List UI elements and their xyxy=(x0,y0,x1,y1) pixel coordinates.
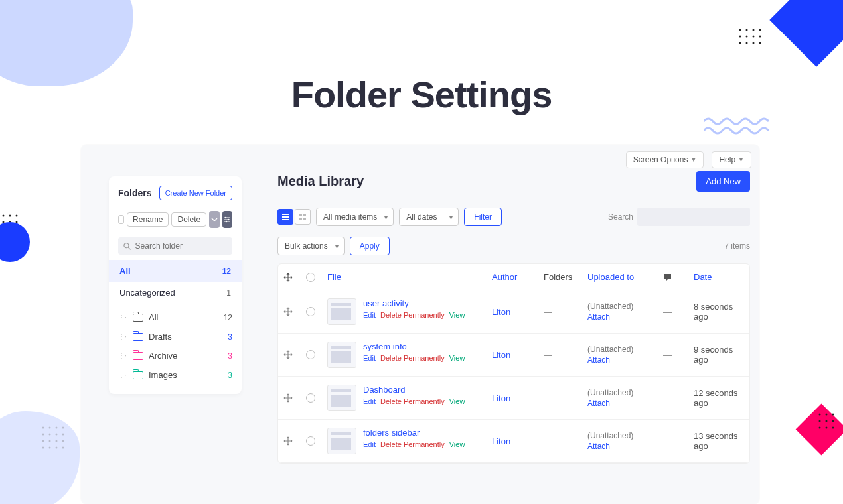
col-date[interactable]: Date xyxy=(694,272,744,282)
create-folder-button[interactable]: Create New Folder xyxy=(159,186,232,200)
col-folders[interactable]: Folders xyxy=(544,272,587,282)
row-select-radio[interactable] xyxy=(306,393,315,403)
select-all-folders-checkbox[interactable] xyxy=(118,215,124,224)
grid-view-button[interactable] xyxy=(295,209,311,225)
edit-link[interactable]: Edit xyxy=(363,311,376,319)
rename-button[interactable]: Rename xyxy=(127,212,169,227)
screen-options-label: Screen Options xyxy=(633,155,688,164)
author-link[interactable]: Liton xyxy=(492,350,544,360)
folder-tree-item[interactable]: ⋮· All 12 xyxy=(118,308,232,327)
search-folder-box[interactable] xyxy=(118,237,232,255)
row-select-radio[interactable] xyxy=(306,436,315,446)
folder-filter-all[interactable]: All12 xyxy=(109,260,242,282)
comments-cell: — xyxy=(663,393,694,403)
move-icon xyxy=(283,393,293,403)
delete-link[interactable]: Delete Permanently xyxy=(380,440,445,448)
row-select-radio[interactable] xyxy=(306,350,315,359)
file-name-link[interactable]: system info xyxy=(363,342,465,351)
comment-icon xyxy=(663,273,672,282)
attach-link[interactable]: Attach xyxy=(587,355,663,365)
file-name-link[interactable]: user activity xyxy=(363,298,465,308)
svg-point-12 xyxy=(42,427,44,429)
delete-link[interactable]: Delete Permanently xyxy=(380,354,445,362)
folder-icon xyxy=(133,314,143,322)
edit-link[interactable]: Edit xyxy=(363,397,376,405)
filter-label: All xyxy=(119,266,131,276)
filter-count: 12 xyxy=(222,267,231,276)
edit-link[interactable]: Edit xyxy=(363,354,376,362)
svg-rect-58 xyxy=(299,218,302,220)
svg-point-15 xyxy=(62,427,64,429)
add-new-button[interactable]: Add New xyxy=(696,171,750,192)
folder-label: All xyxy=(149,312,224,322)
apply-button[interactable]: Apply xyxy=(350,237,390,255)
drag-handle[interactable] xyxy=(283,350,306,359)
svg-point-52 xyxy=(124,243,129,247)
select-all-radio[interactable] xyxy=(306,273,315,282)
drag-handle[interactable] xyxy=(283,307,306,316)
folder-tree-item[interactable]: ⋮· Drafts 3 xyxy=(118,327,232,346)
bulk-actions-select[interactable]: Bulk actions xyxy=(277,237,345,255)
svg-point-50 xyxy=(228,219,230,221)
tree-connector: ⋮· xyxy=(118,371,133,379)
file-name-link[interactable]: Dashboard xyxy=(363,385,465,395)
drag-handle[interactable] xyxy=(283,436,306,446)
delete-link[interactable]: Delete Permanently xyxy=(380,311,445,319)
author-link[interactable]: Liton xyxy=(492,307,544,317)
view-link[interactable]: View xyxy=(449,354,465,362)
grid-icon xyxy=(299,213,307,221)
author-link[interactable]: Liton xyxy=(492,393,544,403)
svg-point-2 xyxy=(16,215,18,217)
col-author[interactable]: Author xyxy=(492,272,544,282)
svg-point-45 xyxy=(832,420,834,422)
search-media-input[interactable] xyxy=(637,208,750,226)
file-name-link[interactable]: folders sidebar xyxy=(363,428,465,438)
col-comments[interactable] xyxy=(663,273,694,282)
edit-link[interactable]: Edit xyxy=(363,440,376,448)
filter-button[interactable]: Filter xyxy=(464,208,502,226)
folders-cell: — xyxy=(544,436,587,446)
attach-link[interactable]: Attach xyxy=(587,442,663,451)
attach-link[interactable]: Attach xyxy=(587,312,663,322)
delete-button[interactable]: Delete xyxy=(171,212,206,227)
delete-link[interactable]: Delete Permanently xyxy=(380,397,445,405)
drag-handle[interactable] xyxy=(283,393,306,403)
move-icon xyxy=(283,273,293,282)
author-link[interactable]: Liton xyxy=(492,436,544,446)
tree-connector: ⋮· xyxy=(118,333,133,340)
folder-tree-item[interactable]: ⋮· Archive 3 xyxy=(118,346,232,365)
file-thumbnail xyxy=(327,385,356,411)
svg-point-16 xyxy=(42,434,44,436)
row-select-radio[interactable] xyxy=(306,307,315,316)
screen-options-button[interactable]: Screen Options ▼ xyxy=(626,151,704,168)
media-type-filter[interactable]: All media items xyxy=(316,208,394,226)
folder-label: Drafts xyxy=(149,332,228,342)
view-link[interactable]: View xyxy=(449,397,465,405)
search-folder-input[interactable] xyxy=(135,241,227,251)
svg-point-46 xyxy=(819,427,821,429)
col-file[interactable]: File xyxy=(327,272,492,282)
view-link[interactable]: View xyxy=(449,440,465,448)
svg-rect-56 xyxy=(299,214,302,216)
svg-point-27 xyxy=(62,447,64,449)
folder-tree-item[interactable]: ⋮· Images 3 xyxy=(118,365,232,385)
move-icon xyxy=(283,436,293,446)
sidebar-title: Folders xyxy=(118,188,152,198)
view-link[interactable]: View xyxy=(449,311,465,319)
help-button[interactable]: Help ▼ xyxy=(712,151,751,168)
folder-count: 3 xyxy=(228,371,232,380)
col-uploaded[interactable]: Uploaded to xyxy=(587,272,663,282)
dropdown-icon-button[interactable] xyxy=(209,211,219,228)
date-filter[interactable]: All dates xyxy=(399,208,459,226)
folder-filter-uncategorized[interactable]: Uncategorized1 xyxy=(109,282,242,304)
svg-point-23 xyxy=(62,440,64,442)
folder-label: Images xyxy=(149,370,228,380)
items-count: 7 items xyxy=(724,241,750,251)
folder-icon xyxy=(133,333,143,341)
svg-rect-59 xyxy=(303,218,306,220)
list-view-button[interactable] xyxy=(277,209,293,225)
table-header: File Author Folders Uploaded to Date xyxy=(278,264,749,290)
settings-icon-button[interactable] xyxy=(222,211,232,228)
attach-link[interactable]: Attach xyxy=(587,399,663,408)
sliders-icon xyxy=(223,216,231,223)
